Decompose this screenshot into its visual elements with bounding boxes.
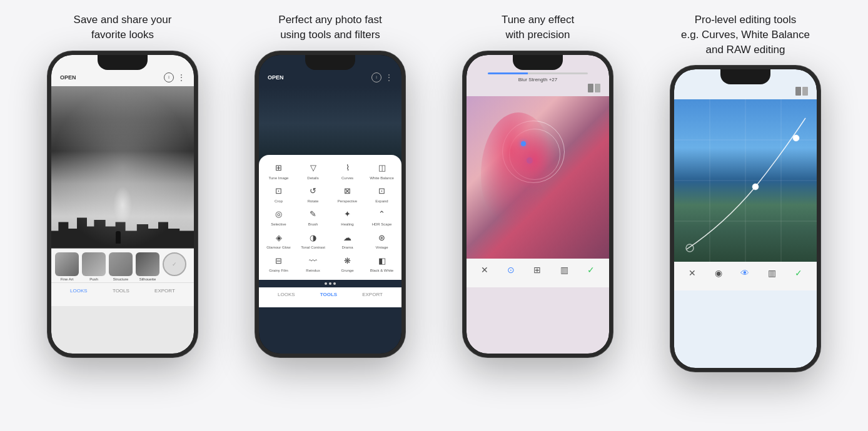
tool-bw[interactable]: ◧ Black & White [366, 254, 398, 273]
phone-card-1: Save and share your favorite looks OPEN … [26, 12, 220, 419]
bottom-nav-1: LOOKS TOOLS EXPORT [51, 282, 194, 306]
phone-frame-3: Blur Strength +27 [463, 51, 613, 357]
nav2-export[interactable]: EXPORT [362, 292, 383, 297]
tool-tonal[interactable]: ◑ Tonal Contrast [297, 230, 329, 250]
look-thumb-fine-art [55, 252, 79, 276]
look-thumb-structure [109, 252, 133, 276]
target-action[interactable]: ⊙ [507, 265, 515, 275]
phone3-bottom-bar: ✕ ⊙ ⊞ ▥ ✓ [467, 259, 609, 287]
nav-export[interactable]: EXPORT [154, 288, 175, 294]
bottom-nav-2: LOOKS TOOLS EXPORT [259, 287, 401, 307]
cancel-action-4[interactable]: ✕ [689, 268, 696, 278]
info-icon[interactable]: i [164, 72, 174, 82]
topbar-icons: i ⋮ [164, 72, 185, 82]
compare-icon-4[interactable] [795, 87, 808, 96]
photo-fog-overlay [51, 86, 194, 249]
more-icon-2[interactable]: ⋮ [385, 73, 393, 82]
layers-action-4[interactable]: ▥ [768, 268, 776, 278]
compare-icon[interactable] [588, 84, 600, 92]
tool-healing[interactable]: ✦ Healing [331, 207, 363, 227]
tool-brush[interactable]: ✎ Brush [297, 207, 329, 227]
notch-4 [720, 69, 770, 84]
tool-grainy[interactable]: ⊟ Grainy Film [263, 254, 295, 273]
phone-frame-4: ✕ ◉ 👁 ▥ ✓ [670, 66, 820, 372]
phone-screen-2: OPEN i ⋮ ⊞ Tune Image ▽ Details [259, 55, 401, 354]
tool-perspective[interactable]: ⊠ Perspective [331, 184, 363, 204]
tool-grunge[interactable]: ❋ Grunge [331, 254, 363, 273]
crop-icon: ⊡ [272, 184, 286, 198]
tool-expand[interactable]: ⊡ Expand [366, 184, 398, 204]
look-fine-art[interactable]: Fine Art [55, 252, 79, 281]
dot-1 [325, 282, 327, 285]
adjust-action[interactable]: ⊞ [533, 265, 541, 275]
bw-city-photo [51, 86, 194, 249]
confirm-action-4[interactable]: ✓ [795, 268, 802, 278]
tool-expand-label: Expand [375, 199, 388, 204]
brush-icon: ✎ [306, 207, 320, 221]
tool-brush-label: Brush [308, 222, 318, 227]
caption-2: Perfect any photo fast using tools and f… [278, 12, 381, 42]
blur-label: Blur Strength +27 [518, 77, 557, 82]
tool-hdr[interactable]: ⌃ HDR Scape [366, 207, 398, 227]
look-push[interactable]: Push [82, 252, 106, 281]
retrolux-icon: 〰 [306, 254, 320, 267]
topbar2-icons: i ⋮ [371, 72, 393, 82]
nav2-tools[interactable]: TOOLS [320, 292, 337, 297]
svg-point-12 [752, 184, 759, 190]
tool-curves[interactable]: ⌇ Curves [331, 161, 363, 181]
more-icon[interactable]: ⋮ [178, 73, 185, 82]
look-structure[interactable]: Structure [109, 252, 133, 281]
look-silhouette[interactable]: Silhouette [136, 252, 159, 281]
topbar2-open: OPEN [268, 74, 284, 81]
healing-icon: ✦ [341, 207, 355, 221]
look-active-circle[interactable]: ✓ [163, 252, 186, 276]
look-label-fine-art: Fine Art [61, 277, 74, 281]
tool-tune-label: Tune Image [269, 176, 289, 181]
tool-glamour[interactable]: ◈ Glamour Glow [263, 230, 295, 250]
svg-rect-0 [588, 84, 593, 92]
details-icon: ▽ [306, 161, 320, 175]
tool-retrolux[interactable]: 〰 Retrolux [297, 254, 329, 273]
svg-rect-3 [795, 87, 801, 96]
layers-action[interactable]: ▥ [560, 265, 568, 275]
confirm-action[interactable]: ✓ [587, 265, 595, 275]
active-look-indicator: ✓ [163, 252, 186, 276]
look-thumb-push [82, 252, 106, 276]
tool-rotate[interactable]: ↺ Rotate [297, 184, 329, 204]
blur-slider[interactable] [488, 72, 588, 74]
tool-crop[interactable]: ⊡ Crop [263, 184, 295, 204]
dark-photo [259, 86, 401, 161]
notch-1 [98, 55, 148, 70]
tool-drama[interactable]: ☁ Drama [331, 230, 363, 250]
tool-details[interactable]: ▽ Details [297, 161, 329, 181]
flower-photo [467, 96, 609, 259]
tool-selective[interactable]: ◎ Selective [263, 207, 295, 227]
svg-rect-1 [595, 84, 600, 92]
phone-screen-1: OPEN i ⋮ Fine Art [51, 55, 194, 354]
tonal-icon: ◑ [306, 230, 320, 244]
nav2-looks[interactable]: LOOKS [278, 292, 295, 297]
tool-vintage[interactable]: ⊛ Vintage [366, 230, 398, 250]
eye-action-4[interactable]: 👁 [740, 268, 749, 278]
cancel-action[interactable]: ✕ [481, 265, 488, 275]
tool-tune-image[interactable]: ⊞ Tune Image [263, 161, 295, 181]
curves-grid-svg [674, 99, 817, 262]
svg-point-13 [793, 135, 799, 141]
expand-icon: ⊡ [375, 184, 389, 198]
phone-frame-2: OPEN i ⋮ ⊞ Tune Image ▽ Details [255, 51, 405, 357]
nav-looks[interactable]: LOOKS [70, 288, 88, 294]
caption-1: Save and share your favorite looks [74, 12, 172, 42]
curves-icon: ⌇ [341, 161, 355, 175]
tool-selective-label: Selective [271, 222, 286, 227]
circle-action-4[interactable]: ◉ [715, 268, 722, 278]
nav-tools[interactable]: TOOLS [113, 288, 129, 294]
phone-card-2: Perfect any photo fast using tools and f… [233, 12, 427, 419]
tool-details-label: Details [307, 176, 318, 181]
phone-screen-4: ✕ ◉ 👁 ▥ ✓ [674, 69, 817, 368]
tool-wb-label: White Balance [370, 176, 394, 181]
tool-white-balance[interactable]: ◫ White Balance [366, 161, 398, 181]
hdr-icon: ⌃ [375, 207, 389, 221]
phone-card-3: Tune any effect with precision Blur Stre… [441, 12, 635, 419]
info-icon-2[interactable]: i [371, 72, 381, 82]
look-label-push: Push [89, 277, 98, 281]
